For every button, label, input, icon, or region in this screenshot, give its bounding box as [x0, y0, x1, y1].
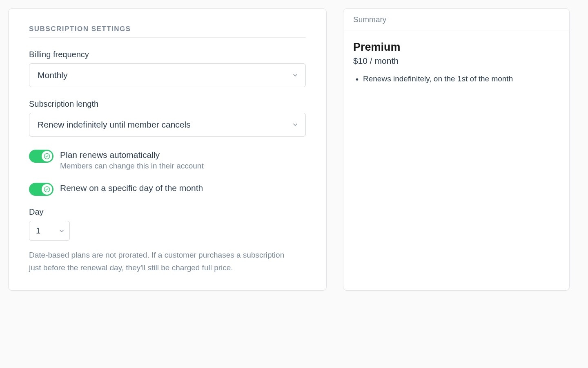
billing-frequency-label: Billing frequency	[29, 50, 306, 59]
subscription-settings-card: SUBSCRIPTION SETTINGS Billing frequency …	[8, 8, 327, 291]
day-select[interactable]: 1	[29, 221, 70, 241]
billing-frequency-group: Billing frequency Monthly	[29, 50, 306, 87]
subscription-length-group: Subscription length Renew indefinitely u…	[29, 99, 306, 137]
auto-renew-title: Plan renews automatically	[60, 149, 306, 161]
specific-day-row: Renew on a specific day of the month	[29, 182, 306, 196]
summary-body: Premium $10 / month Renews indefinitely,…	[343, 31, 569, 96]
subscription-length-select[interactable]: Renew indefinitely until member cancels	[29, 113, 306, 137]
billing-frequency-select[interactable]: Monthly	[29, 63, 306, 87]
summary-heading: Summary	[343, 9, 569, 31]
plan-price: $10 / month	[353, 56, 559, 66]
auto-renew-sub: Members can change this in their account	[60, 162, 306, 171]
toggle-knob	[42, 184, 52, 195]
day-group: Day 1 Date-based plans are not prorated.…	[29, 207, 306, 274]
specific-day-toggle[interactable]	[29, 183, 53, 196]
summary-list: Renews indefinitely, on the 1st of the m…	[353, 73, 559, 85]
billing-frequency-value: Monthly	[29, 63, 306, 87]
section-heading: SUBSCRIPTION SETTINGS	[29, 25, 306, 38]
specific-day-text: Renew on a specific day of the month	[60, 182, 306, 194]
auto-renew-row: Plan renews automatically Members can ch…	[29, 149, 306, 171]
specific-day-title: Renew on a specific day of the month	[60, 182, 306, 194]
check-circle-icon	[44, 153, 50, 159]
summary-card: Summary Premium $10 / month Renews indef…	[343, 8, 570, 291]
svg-point-1	[44, 187, 49, 192]
toggle-knob	[42, 151, 52, 162]
day-value: 1	[29, 221, 70, 241]
proration-help-text: Date-based plans are not prorated. If a …	[29, 249, 290, 274]
subscription-length-label: Subscription length	[29, 99, 306, 109]
plan-name: Premium	[353, 41, 559, 54]
auto-renew-text: Plan renews automatically Members can ch…	[60, 149, 306, 171]
svg-point-0	[44, 153, 49, 159]
summary-item: Renews indefinitely, on the 1st of the m…	[353, 73, 559, 85]
day-label: Day	[29, 207, 306, 217]
check-circle-icon	[44, 186, 50, 193]
auto-renew-toggle[interactable]	[29, 150, 53, 163]
subscription-length-value: Renew indefinitely until member cancels	[29, 113, 306, 137]
